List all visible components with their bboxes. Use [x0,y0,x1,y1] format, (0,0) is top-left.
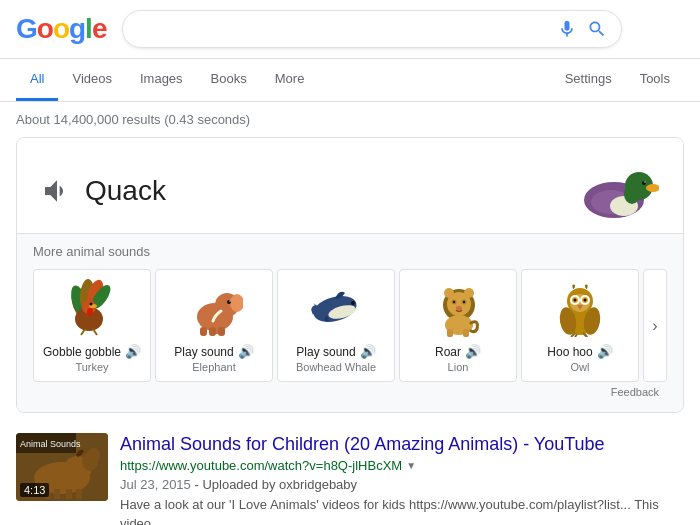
tab-more[interactable]: More [261,59,319,101]
svg-rect-66 [76,489,82,499]
turkey-sound-icon[interactable]: 🔊 [125,344,141,359]
svg-text:Animal Sounds: Animal Sounds [20,439,81,449]
result-item-1: Animal Sounds 4:13 Animal Sounds for Chi… [16,433,684,525]
lion-species: Lion [406,361,510,373]
animal-card-lion[interactable]: Roar 🔊 Lion [399,269,517,382]
result-text-1: Animal Sounds for Children (20 Amazing A… [120,433,684,525]
animal-card-elephant[interactable]: Play sound 🔊 Elephant [155,269,273,382]
tab-images[interactable]: Images [126,59,197,101]
elephant-name: Play sound [174,345,233,359]
svg-rect-27 [218,327,225,336]
speaker-icon[interactable] [41,175,73,207]
whale-name: Play sound [296,345,355,359]
search-input[interactable]: animal sounds [137,20,557,38]
result-thumbnail-1[interactable]: Animal Sounds 4:13 [16,433,108,501]
video-duration: 4:13 [20,483,49,497]
svg-rect-64 [54,489,60,499]
svg-line-55 [575,334,577,337]
svg-point-52 [574,299,577,302]
svg-rect-41 [447,329,453,337]
search-icon[interactable] [587,19,607,39]
svg-rect-42 [463,329,469,337]
result-snippet-1: Jul 23, 2015 - Uploaded by oxbridgebaby … [120,475,684,525]
tab-videos[interactable]: Videos [58,59,126,101]
svg-line-18 [81,329,85,335]
svg-point-15 [87,308,93,316]
results-section: Animal Sounds 4:13 Animal Sounds for Chi… [0,425,700,525]
quack-label: Quack [85,175,166,207]
svg-rect-25 [200,327,207,336]
header: Google animal sounds [0,0,700,59]
svg-point-24 [229,300,230,301]
more-sounds-title: More animal sounds [33,244,667,259]
svg-rect-26 [209,327,216,336]
animal-card-owl[interactable]: Hoo hoo 🔊 Owl [521,269,639,382]
svg-point-62 [88,448,100,462]
elephant-sound-icon[interactable]: 🔊 [238,344,254,359]
svg-point-39 [456,306,462,310]
svg-line-19 [93,329,97,335]
tab-tools[interactable]: Tools [626,59,684,101]
result-title-1[interactable]: Animal Sounds for Children (20 Amazing A… [120,434,605,454]
svg-point-37 [453,301,455,303]
svg-point-38 [463,301,465,303]
turkey-name: Gobble gobble [43,345,121,359]
turkey-species: Turkey [40,361,144,373]
search-bar: animal sounds [122,10,622,48]
more-sounds-section: More animal sounds [17,233,683,412]
next-animals-button[interactable]: › [643,269,667,382]
lion-name: Roar [435,345,461,359]
svg-point-5 [644,181,645,182]
owl-sound-icon[interactable]: 🔊 [597,344,613,359]
lion-sound-icon[interactable]: 🔊 [465,344,481,359]
svg-point-7 [624,184,640,204]
owl-name: Hoo hoo [547,345,592,359]
svg-rect-65 [66,489,72,499]
tab-all[interactable]: All [16,59,58,101]
url-dropdown-icon[interactable]: ▼ [406,460,416,471]
knowledge-card: Quack More animal sounds [16,137,684,413]
animals-row: Gobble gobble 🔊 Turkey [33,269,667,382]
svg-point-30 [351,301,355,305]
duck-image [569,158,659,223]
google-logo: Google [16,13,106,45]
animal-card-whale[interactable]: Play sound 🔊 Bowhead Whale [277,269,395,382]
mic-icon[interactable] [557,19,577,39]
svg-point-33 [444,288,454,298]
tab-books[interactable]: Books [197,59,261,101]
elephant-species: Elephant [162,361,266,373]
whale-species: Bowhead Whale [284,361,388,373]
svg-point-34 [464,288,474,298]
tab-settings[interactable]: Settings [551,59,626,101]
result-url-1: https://www.youtube.com/watch?v=h8Q-jlHB… [120,458,684,473]
results-count: About 14,400,000 results (0.43 seconds) [0,102,700,137]
feedback-label[interactable]: Feedback [33,382,667,402]
whale-sound-icon[interactable]: 🔊 [360,344,376,359]
svg-point-53 [584,299,587,302]
animal-card-turkey[interactable]: Gobble gobble 🔊 Turkey [33,269,151,382]
svg-point-17 [90,303,93,306]
nav-tabs: All Videos Images Books More Settings To… [0,59,700,102]
owl-species: Owl [528,361,632,373]
